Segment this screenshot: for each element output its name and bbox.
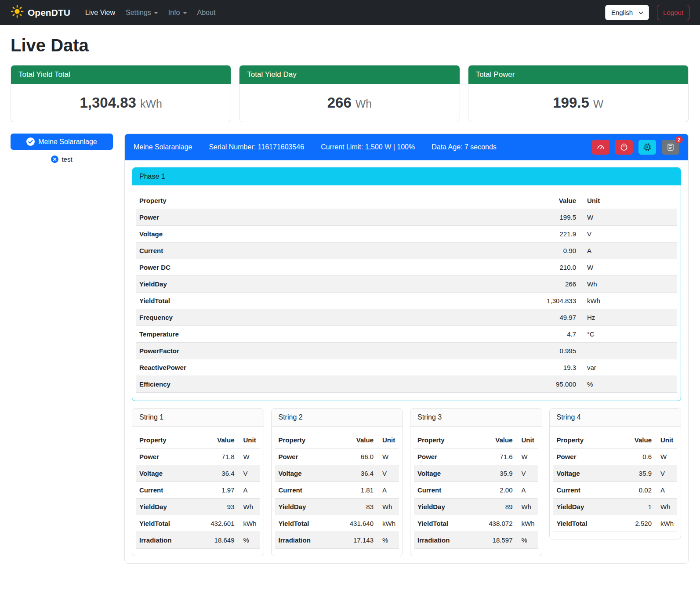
total-power-unit: W <box>593 98 604 110</box>
row-value: 4.7 <box>401 326 580 343</box>
navbar: OpenDTU Live View Settings Info About En… <box>0 0 700 25</box>
row-unit: W <box>238 449 260 465</box>
card-title: Total Yield Day <box>239 65 459 84</box>
table-row: Frequency 49.97 Hz <box>136 309 677 326</box>
table-row: Power 0.6 W <box>553 449 678 465</box>
row-value: 17.143 <box>332 532 377 549</box>
chevron-down-icon <box>183 12 187 14</box>
row-property: Efficiency <box>136 376 401 393</box>
row-unit: W <box>580 259 677 276</box>
row-unit: °C <box>580 326 677 343</box>
nav-about[interactable]: About <box>192 5 221 20</box>
event-log-button[interactable]: 2 <box>662 140 679 155</box>
nav-settings[interactable]: Settings <box>120 5 163 20</box>
inverter-card-header: Meine Solaranlage Serial Number: 1161716… <box>125 134 688 160</box>
table-row: ReactivePower 19.3 var <box>136 359 677 376</box>
event-count-badge: 2 <box>675 136 683 143</box>
column-property: Property <box>136 432 193 449</box>
brand-home-link[interactable]: OpenDTU <box>11 5 70 20</box>
row-value: 66.0 <box>332 449 377 465</box>
column-value: Value <box>401 192 580 209</box>
table-header-row: Property Value Unit <box>136 432 260 449</box>
string-title: String 4 <box>550 409 681 427</box>
row-property: YieldDay <box>414 499 471 515</box>
row-property: YieldDay <box>136 276 401 293</box>
row-value: 2.520 <box>615 515 655 532</box>
row-unit: V <box>238 465 260 482</box>
total-yield-day-unit: Wh <box>355 98 372 110</box>
row-value: 0.90 <box>401 242 580 259</box>
table-row: Power 66.0 W <box>275 449 399 465</box>
sidebar-item-test[interactable]: test <box>11 156 113 163</box>
row-value: 71.8 <box>193 449 238 465</box>
row-value: 36.4 <box>332 465 377 482</box>
total-yield-day-value: 266 <box>327 94 352 111</box>
table-row: Efficiency 95.000 % <box>136 376 677 393</box>
row-property: Power <box>136 449 193 465</box>
table-row: Current 0.02 A <box>553 482 678 499</box>
strings-row: String 1 Property Value Unit <box>132 408 681 556</box>
inverter-current-limit: Current Limit: 1,500 W | 100% <box>321 143 415 151</box>
table-row: Irradiation 18.649 % <box>136 532 260 549</box>
nav-info[interactable]: Info <box>163 5 192 20</box>
language-select-value: English <box>611 9 633 16</box>
row-unit: kWh <box>655 515 677 532</box>
string-3-table: Property Value Unit Power <box>414 432 538 549</box>
row-value: 36.4 <box>193 465 238 482</box>
row-property: Voltage <box>553 465 616 482</box>
sidebar-item-label: test <box>62 156 72 163</box>
string-3-card: String 3 Property Value Unit <box>410 408 542 556</box>
navbar-right: English Logout <box>605 5 689 20</box>
row-value: 431.640 <box>332 515 377 532</box>
row-unit: A <box>377 482 399 499</box>
row-property: Current <box>136 242 401 259</box>
row-property: YieldTotal <box>275 515 332 532</box>
row-property: Current <box>136 482 193 499</box>
row-unit: Hz <box>580 309 677 326</box>
phase-table: Property Value Unit Power <box>136 192 677 393</box>
row-value: 35.9 <box>471 465 516 482</box>
string-1-table: Property Value Unit Power <box>136 432 260 549</box>
row-property: YieldTotal <box>414 515 471 532</box>
table-row: Voltage 35.9 V <box>553 465 678 482</box>
row-value: 95.000 <box>401 376 580 393</box>
row-unit: V <box>580 226 677 242</box>
row-value: 221.9 <box>401 226 580 242</box>
row-value: 0.6 <box>615 449 655 465</box>
row-value: 49.97 <box>401 309 580 326</box>
nav-live-view[interactable]: Live View <box>80 5 120 20</box>
row-unit: W <box>580 209 677 226</box>
device-info-button[interactable] <box>638 140 656 155</box>
table-row: Current 1.97 A <box>136 482 260 499</box>
row-property: YieldTotal <box>136 515 193 532</box>
column-value: Value <box>471 432 516 449</box>
card-title: Total Power <box>468 65 688 84</box>
inverter-name: Meine Solaranlage <box>134 143 192 151</box>
row-property: Current <box>553 482 616 499</box>
string-title: String 1 <box>132 409 264 427</box>
row-value: 1 <box>615 499 655 515</box>
column-unit: Unit <box>238 432 260 449</box>
logout-button[interactable]: Logout <box>657 5 689 20</box>
row-unit: V <box>655 465 677 482</box>
row-unit: V <box>377 465 399 482</box>
chevron-down-icon <box>638 10 644 15</box>
table-row: YieldTotal 2.520 kWh <box>553 515 678 532</box>
row-property: PowerFactor <box>136 343 401 359</box>
column-unit: Unit <box>516 432 538 449</box>
inverter-card-body: Phase 1 Property Value Unit <box>125 160 688 563</box>
language-select[interactable]: English <box>605 5 649 20</box>
sidebar-item-meine-solaranlage[interactable]: Meine Solaranlage <box>11 134 113 150</box>
row-property: Irradiation <box>275 532 332 549</box>
power-button[interactable] <box>615 140 633 155</box>
table-row: Voltage 36.4 V <box>136 465 260 482</box>
limit-settings-button[interactable] <box>592 140 609 155</box>
table-row: YieldTotal 438.072 kWh <box>414 515 538 532</box>
table-row: Power 199.5 W <box>136 209 677 226</box>
row-unit: Wh <box>377 499 399 515</box>
row-property: Voltage <box>414 465 471 482</box>
row-value: 0.02 <box>615 482 655 499</box>
table-row: Current 0.90 A <box>136 242 677 259</box>
row-property: YieldTotal <box>136 293 401 309</box>
string-1-card: String 1 Property Value Unit <box>132 408 264 556</box>
